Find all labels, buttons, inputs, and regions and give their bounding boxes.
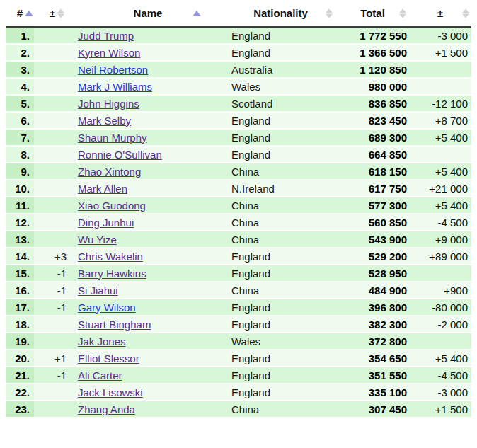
change-cell	[409, 333, 471, 350]
movement-cell	[34, 384, 71, 401]
movement-cell: -1	[34, 299, 71, 316]
table-row: 15.-1Barry HawkinsEngland528 950	[6, 265, 471, 282]
player-name-cell: Gary Wilson	[71, 299, 225, 316]
player-link[interactable]: Ali Carter	[78, 369, 122, 381]
change-cell: +5 400	[409, 163, 471, 180]
total-cell: 351 550	[336, 367, 409, 384]
rank-cell: 22.	[6, 384, 34, 401]
change-cell: +89 000	[409, 248, 471, 265]
player-link[interactable]: Judd Trump	[78, 30, 134, 42]
header-nationality[interactable]: Nationality	[225, 0, 336, 27]
player-link[interactable]: Ronnie O'Sullivan	[78, 149, 162, 161]
player-name-cell: Wu Yize	[71, 231, 225, 248]
total-cell: 1 120 850	[336, 61, 409, 78]
player-link[interactable]: Zhao Xintong	[78, 166, 141, 178]
movement-cell	[34, 61, 71, 78]
player-link[interactable]: Zhang Anda	[78, 403, 135, 415]
player-link[interactable]: Xiao Guodong	[78, 200, 146, 212]
nationality-cell: China	[225, 197, 336, 214]
header-total[interactable]: Total	[336, 0, 409, 27]
total-cell: 560 850	[336, 214, 409, 231]
player-link[interactable]: Si Jiahui	[78, 285, 118, 297]
movement-cell	[34, 401, 71, 418]
player-link[interactable]: Wu Yize	[78, 234, 117, 246]
player-name-cell: Neil Robertson	[71, 61, 225, 78]
table-row: 7.Shaun MurphyEngland689 300+5 400	[6, 129, 471, 146]
header-name[interactable]: Name	[71, 0, 225, 27]
player-link[interactable]: Barry Hawkins	[78, 268, 146, 280]
rank-cell: 20.	[6, 350, 34, 367]
player-link[interactable]: Jak Jones	[78, 335, 126, 348]
nationality-cell: Scotland	[225, 95, 336, 112]
sort-ascending-icon	[192, 11, 201, 16]
nationality-cell: England	[225, 265, 336, 282]
nationality-cell: England	[225, 316, 336, 333]
table-row: 11.Xiao GuodongChina577 300+5 400	[6, 197, 471, 214]
nationality-cell: China	[225, 231, 336, 248]
player-link[interactable]: Shaun Murphy	[78, 132, 147, 144]
total-cell: 396 800	[336, 299, 409, 316]
change-cell: +5 400	[409, 197, 471, 214]
table-row: 9.Zhao XintongChina618 150+5 400	[6, 163, 471, 180]
change-cell	[409, 146, 471, 163]
change-cell: +9 000	[409, 231, 471, 248]
change-cell: -2 000	[409, 316, 471, 333]
player-link[interactable]: Chris Wakelin	[78, 251, 143, 263]
header-change[interactable]: ±	[409, 0, 471, 27]
total-cell: 529 200	[336, 248, 409, 265]
movement-cell	[34, 129, 71, 146]
player-link[interactable]: Elliot Slessor	[78, 352, 139, 364]
header-movement-label: ±	[50, 7, 55, 19]
movement-cell	[34, 180, 71, 197]
table-row: 20.+1Elliot SlessorEngland354 650+5 400	[6, 350, 471, 367]
player-link[interactable]: Mark J Williams	[78, 81, 152, 93]
table-row: 14.+3Chris WakelinEngland529 200+89 000	[6, 248, 471, 265]
rank-cell: 13.	[6, 231, 34, 248]
player-link[interactable]: Stuart Bingham	[78, 318, 151, 331]
rank-cell: 10.	[6, 180, 34, 197]
header-row: # ± Name Nationality Total	[6, 0, 471, 27]
player-link[interactable]: John Higgins	[78, 98, 139, 110]
rank-cell: 5.	[6, 95, 34, 112]
player-name-cell: Mark Selby	[71, 112, 225, 129]
rank-cell: 17.	[6, 299, 34, 316]
nationality-cell: China	[225, 401, 336, 418]
player-link[interactable]: Mark Allen	[78, 183, 127, 195]
sort-both-icon	[399, 8, 406, 18]
change-cell: +5 400	[409, 350, 471, 367]
movement-cell	[34, 27, 71, 44]
table-row: 17.-1Gary WilsonEngland396 800-80 000	[6, 299, 471, 316]
movement-cell	[34, 231, 71, 248]
watermark: 快传号 / 全能体育柳号V	[297, 425, 477, 447]
player-name-cell: Shaun Murphy	[71, 129, 225, 146]
nationality-cell: England	[225, 299, 336, 316]
player-link[interactable]: Neil Robertson	[78, 64, 148, 76]
nationality-cell: Wales	[225, 333, 336, 350]
total-cell: 354 650	[336, 350, 409, 367]
header-rank[interactable]: #	[6, 0, 34, 27]
header-movement[interactable]: ±	[34, 0, 71, 27]
total-cell: 543 900	[336, 231, 409, 248]
movement-cell	[34, 163, 71, 180]
nationality-cell: Australia	[225, 61, 336, 78]
player-link[interactable]: Jack Lisowski	[78, 386, 143, 398]
movement-cell	[34, 44, 71, 61]
player-name-cell: Barry Hawkins	[71, 265, 225, 282]
table-row: 22.Jack LisowskiEngland335 100-3 000	[6, 384, 471, 401]
player-name-cell: Mark J Williams	[71, 78, 225, 95]
nationality-cell: England	[225, 384, 336, 401]
total-cell: 664 850	[336, 146, 409, 163]
rank-cell: 8.	[6, 146, 34, 163]
player-name-cell: Ali Carter	[71, 367, 225, 384]
header-nationality-label: Nationality	[253, 7, 308, 19]
player-link[interactable]: Mark Selby	[78, 115, 131, 127]
player-link[interactable]: Gary Wilson	[78, 301, 136, 314]
player-link[interactable]: Ding Junhui	[78, 217, 134, 229]
rank-cell: 23.	[6, 401, 34, 418]
nationality-cell: China	[225, 214, 336, 231]
change-cell: +21 000	[409, 180, 471, 197]
rank-cell: 12.	[6, 214, 34, 231]
player-link[interactable]: Kyren Wilson	[78, 47, 140, 59]
movement-cell: -1	[34, 282, 71, 299]
nationality-cell: England	[225, 146, 336, 163]
